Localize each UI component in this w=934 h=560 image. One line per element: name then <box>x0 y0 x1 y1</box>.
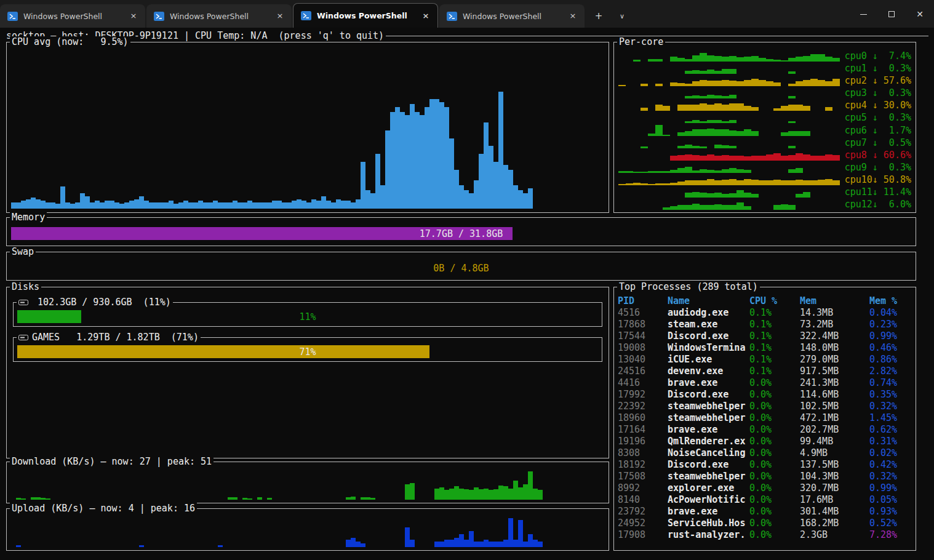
process-cell: 4.9MB <box>800 447 869 459</box>
process-cell: 0.04% <box>869 307 912 319</box>
chart-bar <box>729 69 736 74</box>
chart-bar <box>464 540 469 547</box>
chart-bar <box>213 201 218 209</box>
process-cell: steamwebhelper <box>668 471 749 482</box>
tab-close-icon[interactable]: × <box>274 10 285 22</box>
chart-bar <box>193 202 198 209</box>
chart-bar <box>479 542 484 547</box>
chart-bar <box>100 202 105 209</box>
tab-close-icon[interactable]: × <box>567 10 578 22</box>
chart-bar <box>410 104 415 209</box>
chart-bar <box>759 80 766 86</box>
core-sparkline <box>618 174 844 185</box>
chart-bar <box>110 201 114 209</box>
chart-bar <box>700 80 707 86</box>
tab-2[interactable]: Windows PowerShell× <box>146 4 292 28</box>
tab-dropdown-button[interactable]: ∨ <box>613 7 631 25</box>
chart-bar <box>832 79 840 86</box>
chart-bar <box>164 202 169 209</box>
tab-1[interactable]: Windows PowerShell× <box>0 4 145 28</box>
process-cell: 0.05% <box>869 494 912 506</box>
chart-bar <box>50 202 55 209</box>
core-label: cpu10↓ 50.8% <box>844 174 911 185</box>
disk-c-title-text: 102.3GB / 930.6GB (11%) <box>32 297 171 308</box>
tab-3[interactable]: Windows PowerShell× <box>293 3 438 28</box>
minimize-button[interactable] <box>849 1 877 28</box>
chart-bar <box>518 520 523 547</box>
chart-bar <box>454 486 459 500</box>
tab-4[interactable]: Windows PowerShell× <box>439 4 585 28</box>
chart-bar <box>513 481 518 500</box>
core-label: cpu9 ↓ 0.3% <box>844 162 911 173</box>
chart-bar <box>449 489 454 500</box>
chart-bar <box>751 180 759 185</box>
tab-close-icon[interactable]: × <box>128 10 139 22</box>
process-cell: 102.5MB <box>800 401 869 412</box>
chart-bar <box>489 146 493 209</box>
chart-bar <box>803 131 810 136</box>
maximize-button[interactable] <box>877 1 906 28</box>
process-cell: 320.7MB <box>800 482 869 494</box>
chart-bar <box>144 201 149 209</box>
disk-gauge-box-games: GAMES 1.29TB / 1.82TB (71%) 71% <box>13 337 602 362</box>
process-cell: 0.0% <box>749 506 800 518</box>
core-sparkline <box>618 150 844 161</box>
process-cell: NoiseCanceling <box>668 447 749 459</box>
chart-bar <box>832 180 840 185</box>
chart-bar <box>714 180 722 185</box>
chart-bar <box>508 518 513 547</box>
tab-title: Windows PowerShell <box>317 11 415 20</box>
process-cell: 0.1% <box>749 366 800 377</box>
process-cell: 301.4MB <box>800 506 869 518</box>
chart-bar <box>533 489 538 500</box>
chart-bar <box>518 487 523 500</box>
chart-bar <box>729 56 736 62</box>
chart-bar <box>759 180 766 185</box>
chart-bar <box>729 156 736 161</box>
disk-games-title-text: GAMES 1.29TB / 1.82TB (71%) <box>32 332 199 343</box>
chart-bar <box>528 188 533 209</box>
chart-bar <box>751 79 759 86</box>
chart-bar <box>233 497 237 500</box>
chart-bar <box>346 497 351 500</box>
process-row: 17908rust-analyzer.0.0%2.3GB7.28% <box>618 529 912 541</box>
core-sparkline <box>618 63 844 74</box>
process-cell: 0.46% <box>869 342 912 354</box>
chart-bar <box>493 542 498 547</box>
chart-bar <box>700 103 707 111</box>
chart-bar <box>292 201 297 209</box>
powershell-icon <box>301 11 311 20</box>
chart-bar <box>218 545 223 547</box>
chart-bar <box>508 170 513 209</box>
chart-bar <box>70 204 75 209</box>
chart-bar <box>714 193 722 198</box>
chart-bar <box>139 196 144 209</box>
column-header: Name <box>668 295 749 307</box>
chart-bar <box>685 131 692 136</box>
process-row: 17868steam.exe0.1%73.2MB0.23% <box>618 319 912 330</box>
process-cell: 0.0% <box>749 459 800 471</box>
process-cell: 18960 <box>618 412 668 424</box>
chart-bar <box>736 131 744 136</box>
process-cell: 0.86% <box>869 354 912 366</box>
chart-bar <box>474 542 479 547</box>
chart-bar <box>766 81 773 86</box>
process-cell: 4516 <box>618 307 668 319</box>
chart-bar <box>26 199 31 209</box>
chart-bar <box>692 180 700 185</box>
chart-bar <box>242 498 247 500</box>
tab-close-icon[interactable]: × <box>420 10 431 22</box>
chart-bar <box>469 531 474 547</box>
core-label: cpu3 ↓ 0.3% <box>844 87 911 98</box>
chart-bar <box>410 540 415 547</box>
chart-bar <box>729 179 736 185</box>
chart-bar <box>700 193 707 198</box>
new-tab-button[interactable]: + <box>589 7 608 25</box>
app-header: socktop — host: DESKTOP-9P19121 | CPU Te… <box>6 30 928 41</box>
chart-bar <box>803 56 810 62</box>
process-cell: 0.0% <box>749 377 800 389</box>
close-button[interactable]: ✕ <box>906 1 934 28</box>
process-cell: 322.4MB <box>800 330 869 342</box>
chart-bar <box>722 180 729 185</box>
chart-bar <box>321 196 326 209</box>
